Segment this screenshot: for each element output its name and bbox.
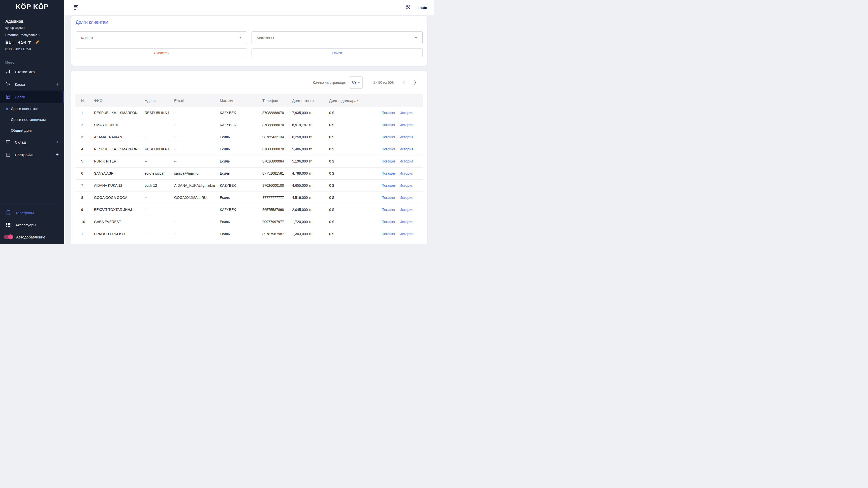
history-link[interactable]: История xyxy=(396,119,423,131)
cell-phone: 87088888070 xyxy=(258,119,288,131)
cell-fio: SANYA ASPI xyxy=(90,167,141,179)
chevron-down-icon xyxy=(239,37,242,38)
table-row: 11 ERKOSH ERKOSH -- -- Есиль 89787987987… xyxy=(75,228,423,240)
expand-plus-icon[interactable]: + xyxy=(56,139,59,145)
sidebar-item-label: Автодобавление xyxy=(16,235,45,239)
layout-icon xyxy=(5,152,10,157)
search-button[interactable]: Поиск xyxy=(251,49,423,57)
sidebar-subitem-total-debt[interactable]: Общий долг xyxy=(0,125,64,136)
repay-link[interactable]: Погашение xyxy=(377,228,396,240)
shops-select[interactable]: Магазины xyxy=(251,31,423,44)
col-header-address: Адрес xyxy=(141,94,170,107)
cell-address: -- xyxy=(141,119,170,131)
history-link[interactable]: История xyxy=(396,167,423,179)
sidebar-subitem-label: Долги поставщикам xyxy=(11,117,45,122)
sidebar-item-label: Телефоны xyxy=(16,211,34,215)
cell-email: -- xyxy=(170,155,216,167)
debts-table-body: 1 RESPUBLIKA 1 SMARFON RESPUBLIKA 1 -- K… xyxy=(75,107,423,240)
cell-fio: AIDANA KUKA 12 xyxy=(90,179,141,192)
cell-phone: 87016800084 xyxy=(258,155,288,167)
fullscreen-icon[interactable] xyxy=(405,4,411,10)
pagination: Кол-во на странице: 50 1 - 50 из 508 xyxy=(313,71,418,94)
page-title: Долги клиентам xyxy=(75,20,423,25)
sidebar-item-phones[interactable]: Телефоны xyxy=(0,207,64,219)
repay-link[interactable]: Погашение xyxy=(377,107,396,119)
history-link[interactable]: История xyxy=(396,179,423,192)
sidebar-subitem-label: Долги клиентов xyxy=(11,107,38,111)
cell-debt-usd: 0 $ xyxy=(325,119,377,131)
sidebar-subitem-supplier-debts[interactable]: Долги поставщикам xyxy=(0,114,64,125)
cell-phone: 87026000100 xyxy=(258,179,288,192)
sidebar-item-accessories[interactable]: Аксессуары xyxy=(0,219,64,231)
repay-link[interactable]: Погашение xyxy=(377,167,396,179)
cell-email: AIDANA_KUKA@gmail.ru xyxy=(170,179,216,192)
repay-link[interactable]: Погашение xyxy=(377,192,396,204)
sidebar-item-cashbox[interactable]: Касса + xyxy=(0,78,64,91)
cell-email: -- xyxy=(170,204,216,216)
history-link[interactable]: История xyxy=(396,216,423,228)
cell-num: 7 xyxy=(75,179,90,192)
cell-address: -- xyxy=(141,131,170,143)
repay-link[interactable]: Погашение xyxy=(377,131,396,143)
cell-address: -- xyxy=(141,216,170,228)
repay-link[interactable]: Погашение xyxy=(377,119,396,131)
cell-shop: Есиль xyxy=(216,228,258,240)
workspace-label[interactable]: main xyxy=(418,5,427,9)
bar-chart-icon xyxy=(5,69,10,74)
sidebar-item-debts[interactable]: Долги − xyxy=(0,91,64,103)
cell-debt-tenge: 4,655,000 тг xyxy=(288,179,325,192)
cell-phone: 90977997977 xyxy=(258,216,288,228)
cart-icon xyxy=(5,82,10,87)
cell-email: GOGA00@MAIL.RU xyxy=(170,192,216,204)
sidebar-item-warehouse[interactable]: Склад + xyxy=(0,136,64,148)
repay-link[interactable]: Погашение xyxy=(377,204,396,216)
col-header-debt-tenge: Долг в тенге xyxy=(288,94,325,107)
history-link[interactable]: История xyxy=(396,228,423,240)
col-header-actions-1 xyxy=(377,94,396,107)
cell-fio: GABA EVEREST xyxy=(90,216,141,228)
client-select[interactable]: Клиент xyxy=(75,31,247,44)
table-row: 1 RESPUBLIKA 1 SMARFON RESPUBLIKA 1 -- K… xyxy=(75,107,423,119)
cell-fio: NURIK PITER xyxy=(90,155,141,167)
col-header-num: № xyxy=(75,94,90,107)
sidebar-item-settings[interactable]: Настройки + xyxy=(0,148,64,161)
history-link[interactable]: История xyxy=(396,107,423,119)
cell-debt-tenge: 6,919,787 тг xyxy=(288,119,325,131)
expand-plus-icon[interactable]: + xyxy=(56,152,59,158)
sidebar-item-label: Статистика xyxy=(15,70,35,74)
menu-toggle-icon[interactable] xyxy=(74,4,79,10)
sidebar-menu: Статистика Касса + Долги − Долги клиенто… xyxy=(0,65,64,161)
repay-link[interactable]: Погашение xyxy=(377,143,396,155)
sidebar-item-statistics[interactable]: Статистика xyxy=(0,65,64,78)
autoadd-toggle[interactable] xyxy=(3,235,12,239)
per-page-select[interactable]: 50 xyxy=(349,77,363,89)
next-page-icon[interactable] xyxy=(412,80,418,85)
client-select-placeholder: Клиент xyxy=(81,35,93,40)
debts-table: № ФИО Адрес Email Магазин Телефон Долг в… xyxy=(75,94,423,240)
history-link[interactable]: История xyxy=(396,204,423,216)
cell-shop: Есиль xyxy=(216,155,258,167)
repay-link[interactable]: Погашение xyxy=(377,216,396,228)
clear-button[interactable]: Очистить xyxy=(75,49,247,57)
collapse-minus-icon[interactable]: − xyxy=(56,94,59,100)
table-row: 4 RESPUBLIKA 1 SMARFON RESPUBLIKA 1 -- Е… xyxy=(75,143,423,155)
repay-link[interactable]: Погашение xyxy=(377,155,396,167)
history-link[interactable]: История xyxy=(396,192,423,204)
cell-email: -- xyxy=(170,216,216,228)
topbar: main xyxy=(64,0,434,15)
repay-link[interactable]: Погашение xyxy=(377,179,396,192)
cell-phone: 87777777777 xyxy=(258,192,288,204)
cell-debt-usd: 0 $ xyxy=(325,228,377,240)
history-link[interactable]: История xyxy=(396,143,423,155)
exchange-rate: $1 = 454 ₸ xyxy=(5,40,31,45)
prev-page-icon[interactable] xyxy=(401,80,407,85)
sidebar-subitem-client-debts[interactable]: Долги клиентов xyxy=(0,103,64,114)
expand-plus-icon[interactable]: + xyxy=(56,82,59,87)
shops-select-placeholder: Магазины xyxy=(257,35,274,40)
cell-shop: KAZYBEK xyxy=(216,204,258,216)
pencil-icon[interactable] xyxy=(35,39,40,45)
filter-card: Долги клиентам Клиент Магазины Очистить … xyxy=(71,16,427,66)
history-link[interactable]: История xyxy=(396,155,423,167)
history-link[interactable]: История xyxy=(396,131,423,143)
col-header-shop: Магазин xyxy=(216,94,258,107)
